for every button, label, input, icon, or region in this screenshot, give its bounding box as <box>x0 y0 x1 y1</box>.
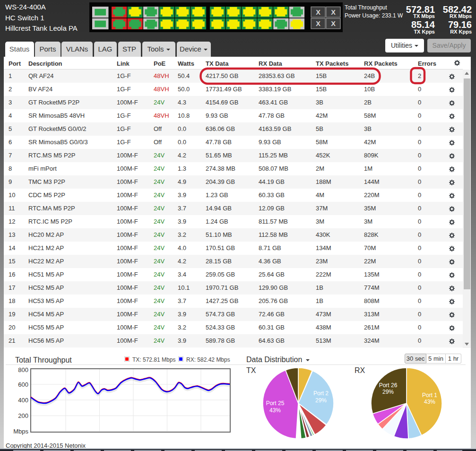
svg-text:X: X <box>316 20 320 27</box>
svg-text:X: X <box>331 9 336 16</box>
svg-text:X: X <box>316 9 320 16</box>
svg-text:X: X <box>331 20 336 27</box>
